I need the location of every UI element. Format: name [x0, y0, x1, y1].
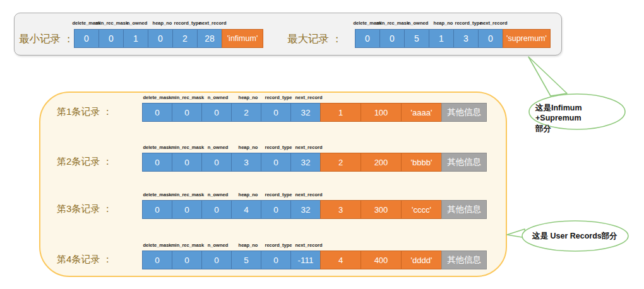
field-header: delete_mask [142, 95, 172, 100]
field-header: min_rec_mask [380, 20, 405, 26]
record-cells: 0 0 0 3 0 32 2 200 'bbbb' 其他信息 [142, 153, 487, 172]
field-header: next_record [481, 20, 506, 26]
callout-text: 这是 User Records部分 [532, 231, 617, 241]
field-cell: 32 [290, 200, 321, 219]
other-info-cell: 其他信息 [441, 251, 487, 269]
field-header: n_owned [124, 20, 150, 26]
field-header-row: delete_mask min_rec_mask n_owned heap_no… [142, 144, 324, 150]
field-header: min_rec_mask [172, 144, 203, 150]
field-header: record_type [263, 192, 294, 198]
other-info-cell: 其他信息 [441, 200, 487, 219]
field-cell: 0 [478, 29, 503, 48]
field-cell: 0 [142, 251, 172, 269]
data-cell: 'cccc' [401, 200, 442, 219]
field-header-row: delete_mask min_rec_mask n_owned heap_no… [74, 20, 225, 26]
field-header: heap_no [150, 20, 175, 26]
minimum-record-cells: 0 0 1 0 2 28 'infimum' [74, 29, 263, 48]
field-header: min_rec_mask [172, 242, 203, 248]
field-header-row: delete_mask min_rec_mask n_owned heap_no… [142, 95, 324, 100]
field-header: heap_no [431, 20, 456, 26]
other-info-cell: 其他信息 [441, 103, 487, 122]
field-header: n_owned [203, 242, 233, 248]
field-cell: 0 [172, 103, 202, 122]
field-header: delete_mask [142, 242, 172, 248]
supremum-marker-cell: 'supremum' [503, 29, 551, 48]
field-cell: 4 [231, 200, 261, 219]
field-cell: 0 [201, 103, 232, 122]
field-header: record_type [456, 20, 481, 26]
field-cell: -111 [290, 251, 321, 269]
maximum-record-label: 最大记录 ： [287, 32, 342, 46]
field-header: next_record [294, 144, 324, 150]
field-header: heap_no [233, 95, 263, 100]
record-label: 第1条记录 ： [57, 106, 112, 118]
field-cell: 3 [453, 29, 479, 48]
field-header: min_rec_mask [172, 192, 203, 198]
field-cell: 0 [201, 200, 232, 219]
field-header-row: delete_mask min_rec_mask n_owned heap_no… [355, 20, 506, 26]
field-cell: 0 [201, 153, 232, 172]
callout-text: 这是Infimum +Supremum 部分 [535, 103, 628, 134]
data-cell: 'aaaa' [401, 103, 442, 122]
data-cell: 'dddd' [401, 251, 442, 269]
field-header: n_owned [203, 95, 233, 100]
field-header: next_record [294, 95, 324, 100]
record-label: 第3条记录 ： [57, 203, 112, 215]
field-cell: 0 [261, 251, 291, 269]
field-header: n_owned [203, 144, 233, 150]
field-header: delete_mask [142, 144, 172, 150]
other-info-cell: 其他信息 [441, 153, 487, 172]
field-header: min_rec_mask [99, 20, 124, 26]
record-label: 第2条记录 ： [57, 156, 112, 168]
data-cell: 1 [320, 103, 361, 122]
field-cell: 0 [172, 153, 202, 172]
field-cell: 2 [231, 103, 261, 122]
field-cell: 0 [142, 153, 172, 172]
innodb-record-structure-diagram: 最小记录 ： delete_mask min_rec_mask n_owned … [0, 0, 644, 289]
field-cell: 0 [355, 29, 380, 48]
field-header-row: delete_mask min_rec_mask n_owned heap_no… [142, 192, 324, 198]
field-cell: 0 [74, 29, 99, 48]
field-cell: 0 [261, 153, 291, 172]
record-cells: 0 0 0 5 0 -111 4 400 'dddd' 其他信息 [142, 251, 487, 269]
data-cell: 200 [361, 153, 402, 172]
data-cell: 'bbbb' [401, 153, 442, 172]
field-header: record_type [263, 144, 294, 150]
field-cell: 0 [142, 200, 172, 219]
field-cell: 5 [404, 29, 429, 48]
data-cell: 4 [320, 251, 361, 269]
field-header: delete_mask [142, 192, 172, 198]
field-header: next_record [294, 242, 324, 248]
maximum-record-cells: 0 0 5 1 3 0 'supremum' [355, 29, 551, 48]
field-header: record_type [263, 242, 294, 248]
minimum-record-label: 最小记录 ： [19, 32, 74, 46]
field-cell: 0 [201, 251, 232, 269]
data-cell: 100 [361, 103, 402, 122]
field-cell: 2 [172, 29, 198, 48]
field-cell: 5 [231, 251, 261, 269]
field-header: min_rec_mask [172, 95, 203, 100]
field-header: heap_no [233, 144, 263, 150]
field-cell: 28 [197, 29, 222, 48]
field-cell: 0 [261, 200, 291, 219]
field-cell: 0 [172, 200, 202, 219]
field-cell: 0 [379, 29, 405, 48]
field-header: record_type [175, 20, 200, 26]
field-header: next_record [200, 20, 225, 26]
field-header-row: delete_mask min_rec_mask n_owned heap_no… [142, 242, 324, 248]
field-header: n_owned [203, 192, 233, 198]
field-cell: 32 [290, 103, 321, 122]
data-cell: 3 [320, 200, 361, 219]
field-cell: 1 [429, 29, 454, 48]
data-cell: 300 [361, 200, 402, 219]
field-cell: 0 [98, 29, 124, 48]
field-header: heap_no [233, 192, 263, 198]
record-label: 第4条记录 ： [57, 254, 112, 266]
field-cell: 32 [290, 153, 321, 172]
field-header: next_record [294, 192, 324, 198]
record-cells: 0 0 0 4 0 32 3 300 'cccc' 其他信息 [142, 200, 487, 219]
infimum-marker-cell: 'infimum' [222, 29, 263, 48]
field-header: n_owned [405, 20, 431, 26]
data-cell: 400 [361, 251, 402, 269]
field-cell: 1 [123, 29, 148, 48]
